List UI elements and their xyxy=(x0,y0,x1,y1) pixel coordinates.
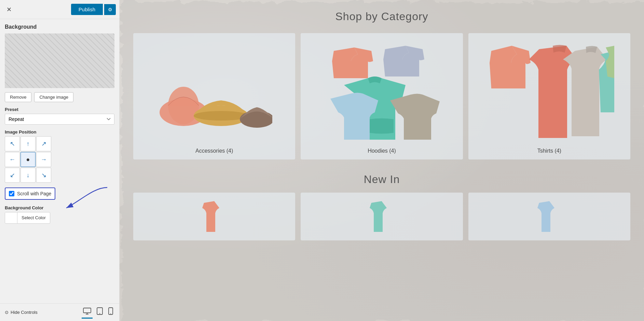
new-in-svg-1 xyxy=(194,199,235,234)
accessories-card[interactable]: Accessories (4) xyxy=(133,33,295,159)
category-grid: Accessories (4) xyxy=(133,33,630,159)
shop-content: Shop by Category xyxy=(120,0,644,251)
pos-top-left[interactable]: ↖ xyxy=(5,136,20,151)
bg-color-label: Background Color xyxy=(5,205,114,210)
desktop-device-button[interactable] xyxy=(82,306,93,319)
tshirts-label: Tshirts (4) xyxy=(537,148,561,154)
publish-area: Publish ⚙ xyxy=(71,4,116,15)
new-in-section: New In xyxy=(133,170,630,240)
color-swatch xyxy=(5,212,17,223)
select-color-button[interactable]: Select Color xyxy=(5,212,50,224)
svg-rect-1 xyxy=(83,308,91,313)
pos-middle-right[interactable]: → xyxy=(36,152,51,167)
new-in-card-3[interactable] xyxy=(468,193,630,240)
remove-button[interactable]: Remove xyxy=(5,92,31,102)
accessories-svg xyxy=(156,44,272,140)
select-color-label: Select Color xyxy=(17,212,50,223)
bg-color-section: Background Color Select Color xyxy=(5,205,114,224)
pos-center[interactable]: ● xyxy=(20,152,36,167)
pos-bottom-center[interactable]: ↓ xyxy=(20,168,36,183)
mobile-device-button[interactable] xyxy=(107,306,114,319)
new-in-svg-2 xyxy=(361,199,402,234)
right-content: Shop by Category xyxy=(120,0,644,321)
hide-controls-label: Hide Controls xyxy=(11,310,38,315)
new-in-grid xyxy=(133,193,630,240)
tablet-icon xyxy=(97,307,103,315)
accessories-label: Accessories (4) xyxy=(195,148,233,154)
new-in-card-1[interactable] xyxy=(133,193,295,240)
scroll-with-page-checkbox[interactable] xyxy=(9,191,14,196)
hoodies-label: Hoodies (4) xyxy=(368,148,396,154)
preset-select[interactable]: Repeat Default Cover Contain No Repeat xyxy=(5,114,114,125)
publish-settings-button[interactable]: ⚙ xyxy=(104,4,116,15)
image-position-label: Image Position xyxy=(5,129,114,135)
close-button[interactable]: ✕ xyxy=(3,4,14,15)
svg-point-7 xyxy=(110,313,111,314)
mobile-icon xyxy=(108,307,113,315)
change-image-button[interactable]: Change image xyxy=(34,92,73,102)
publish-button[interactable]: Publish xyxy=(71,4,103,15)
scroll-page-container: Scroll with Page xyxy=(5,187,114,200)
section-title: Background xyxy=(5,24,114,30)
scroll-with-page-row: Scroll with Page xyxy=(5,187,55,200)
panel-scroll: Background Remove Change image Preset Re… xyxy=(0,19,119,303)
image-buttons-row: Remove Change image xyxy=(5,92,114,102)
position-grid: ↖ ↑ ↗ ← ● → ↙ ↓ ↘ xyxy=(5,136,114,183)
new-in-svg-3 xyxy=(529,199,570,234)
tshirts-card[interactable]: Tshirts (4) xyxy=(468,33,630,159)
background-preview-inner xyxy=(5,33,114,88)
hide-controls[interactable]: ⊙ Hide Controls xyxy=(5,310,38,315)
svg-point-5 xyxy=(99,313,100,313)
desktop-icon xyxy=(83,308,91,315)
accessories-card-inner xyxy=(137,40,292,144)
tshirts-card-inner xyxy=(472,40,627,144)
tshirts-svg xyxy=(484,44,614,140)
hoodies-svg xyxy=(324,44,440,140)
hoodies-card-inner xyxy=(304,40,459,144)
bottom-bar: ⊙ Hide Controls xyxy=(0,303,119,321)
top-bar: ✕ Publish ⚙ xyxy=(0,0,119,19)
hoodies-card[interactable]: Hoodies (4) xyxy=(301,33,463,159)
eye-icon: ⊙ xyxy=(5,310,9,315)
background-preview xyxy=(5,33,114,88)
shop-category-title: Shop by Category xyxy=(133,10,630,23)
new-in-card-2[interactable] xyxy=(301,193,463,240)
device-icons xyxy=(82,306,114,319)
scroll-with-page-label[interactable]: Scroll with Page xyxy=(17,191,51,196)
new-in-title: New In xyxy=(133,173,630,186)
tablet-device-button[interactable] xyxy=(95,306,104,319)
pos-top-right[interactable]: ↗ xyxy=(36,136,51,151)
pos-bottom-right[interactable]: ↘ xyxy=(36,168,51,183)
preset-label: Preset xyxy=(5,107,114,112)
pos-bottom-left[interactable]: ↙ xyxy=(5,168,20,183)
left-panel: ✕ Publish ⚙ Background Remove Change ima… xyxy=(0,0,120,321)
pos-top-center[interactable]: ↑ xyxy=(20,136,36,151)
pos-middle-left[interactable]: ← xyxy=(5,152,20,167)
